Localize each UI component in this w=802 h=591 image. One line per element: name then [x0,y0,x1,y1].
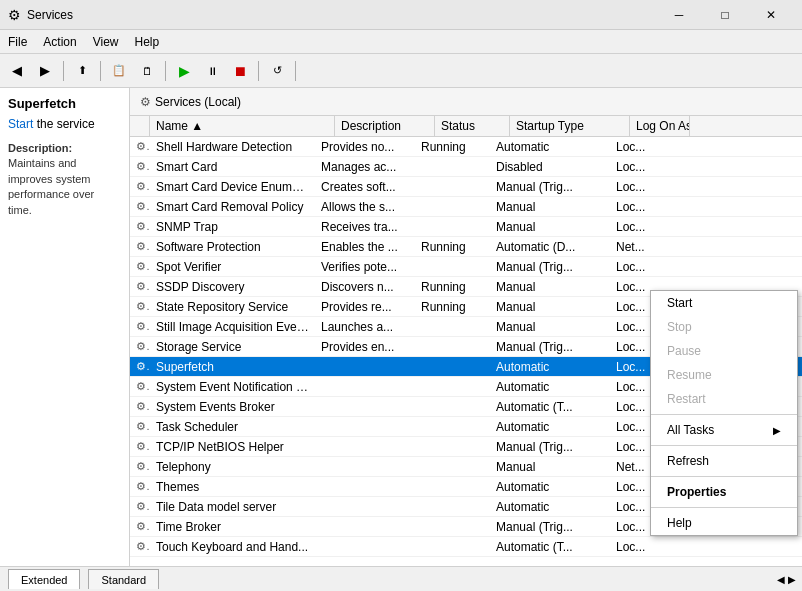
row-status [415,546,490,548]
row-icon: ⚙ [130,139,150,154]
row-log: Loc... [610,199,670,215]
row-name: SNMP Trap [150,219,315,235]
col-hdr-desc[interactable]: Description [335,116,435,136]
ctx-label: Stop [667,320,692,334]
tb-back[interactable]: ◀ [4,58,30,84]
row-desc: Launches a... [315,319,415,335]
menu-bar: File Action View Help [0,30,802,54]
ctx-item-refresh[interactable]: Refresh [651,449,797,473]
row-startup: Automatic [490,419,610,435]
ctx-separator [651,476,797,477]
menu-action[interactable]: Action [35,30,84,53]
row-name: Software Protection [150,239,315,255]
tb-stop[interactable]: ⏹ [227,58,253,84]
menu-help[interactable]: Help [127,30,168,53]
col-hdr-icon [130,116,150,136]
row-startup: Automatic (T... [490,399,610,415]
row-status [415,446,490,448]
tb-forward[interactable]: ▶ [32,58,58,84]
row-icon: ⚙ [130,299,150,314]
row-log: Loc... [610,219,670,235]
row-desc: Enables the ... [315,239,415,255]
row-startup: Manual (Trig... [490,339,610,355]
start-service-link[interactable]: Start [8,117,33,131]
ctx-item-all-tasks[interactable]: All Tasks▶ [651,418,797,442]
table-row[interactable]: ⚙ SNMP Trap Receives tra... Manual Loc..… [130,217,802,237]
row-status: Running [415,139,490,155]
tab-standard[interactable]: Standard [88,569,159,589]
row-startup: Manual [490,199,610,215]
row-desc: Creates soft... [315,179,415,195]
table-row[interactable]: ⚙ Smart Card Removal Policy Allows the s… [130,197,802,217]
row-status [415,266,490,268]
tb-show-hide[interactable]: 📋 [106,58,132,84]
maximize-button[interactable]: □ [702,0,748,30]
row-startup: Automatic (D... [490,239,610,255]
ctx-label: Restart [667,392,706,406]
row-startup: Disabled [490,159,610,175]
table-row[interactable]: ⚙ Smart Card Manages ac... Disabled Loc.… [130,157,802,177]
tb-start[interactable]: ▶ [171,58,197,84]
tb-pause[interactable]: ⏸ [199,58,225,84]
row-icon: ⚙ [130,199,150,214]
tb-up[interactable]: ⬆ [69,58,95,84]
row-name: Task Scheduler [150,419,315,435]
tb-sep1 [63,61,64,81]
breadcrumb-icon: ⚙ [140,95,151,109]
row-name: SSDP Discovery [150,279,315,295]
tab-extended[interactable]: Extended [8,569,80,589]
row-status [415,366,490,368]
row-log: Net... [610,239,670,255]
left-panel-start: Start the service [8,117,121,131]
row-desc [315,366,415,368]
tb-properties[interactable]: 🗒 [134,58,160,84]
table-row[interactable]: ⚙ Shell Hardware Detection Provides no..… [130,137,802,157]
row-icon: ⚙ [130,519,150,534]
row-icon: ⚙ [130,419,150,434]
ctx-item-help[interactable]: Help [651,511,797,535]
row-name: Touch Keyboard and Hand... [150,539,315,555]
row-icon: ⚙ [130,239,150,254]
row-icon: ⚙ [130,319,150,334]
ctx-item-start[interactable]: Start [651,291,797,315]
menu-view[interactable]: View [85,30,127,53]
tb-sep3 [165,61,166,81]
row-desc: Provides no... [315,139,415,155]
row-icon: ⚙ [130,219,150,234]
row-icon: ⚙ [130,159,150,174]
row-startup: Automatic [490,499,610,515]
ctx-separator [651,414,797,415]
menu-file[interactable]: File [0,30,35,53]
context-menu: StartStopPauseResumeRestartAll Tasks▶Ref… [650,290,798,536]
ctx-label: All Tasks [667,423,714,437]
scroll-arrows[interactable]: ◀ ▶ [777,574,796,585]
table-row[interactable]: ⚙ Spot Verifier Verifies pote... Manual … [130,257,802,277]
ctx-item-restart: Restart [651,387,797,411]
breadcrumb-text: Services (Local) [155,95,241,109]
close-button[interactable]: ✕ [748,0,794,30]
table-row[interactable]: ⚙ Touch Keyboard and Hand... Automatic (… [130,537,802,557]
row-status [415,486,490,488]
row-icon: ⚙ [130,539,150,554]
desc-label: Description: [8,142,72,154]
tb-restart[interactable]: ↺ [264,58,290,84]
row-desc [315,486,415,488]
col-hdr-log[interactable]: Log On As [630,116,690,136]
col-hdr-name[interactable]: Name ▲ [150,116,335,136]
col-hdr-status[interactable]: Status [435,116,510,136]
minimize-button[interactable]: ─ [656,0,702,30]
row-name: Shell Hardware Detection [150,139,315,155]
table-row[interactable]: ⚙ Smart Card Device Enumera... Creates s… [130,177,802,197]
window-controls: ─ □ ✕ [656,0,794,30]
row-name: System Event Notification S... [150,379,315,395]
table-row[interactable]: ⚙ Software Protection Enables the ... Ru… [130,237,802,257]
row-icon: ⚙ [130,459,150,474]
ctx-item-properties[interactable]: Properties [651,480,797,504]
col-hdr-startup[interactable]: Startup Type [510,116,630,136]
row-icon: ⚙ [130,339,150,354]
row-status [415,166,490,168]
row-icon: ⚙ [130,479,150,494]
row-icon: ⚙ [130,399,150,414]
row-log: Loc... [610,179,670,195]
row-startup: Manual (Trig... [490,259,610,275]
